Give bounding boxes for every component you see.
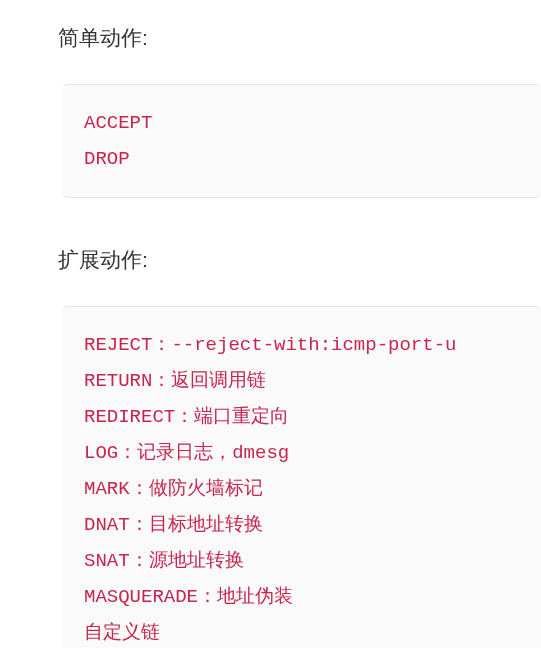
code-line: RETURN：返回调用链: [84, 363, 519, 399]
section-heading-extended: 扩展动作:: [0, 222, 541, 288]
code-text: DROP: [84, 148, 130, 170]
code-line: MARK：做防火墙标记: [84, 471, 519, 507]
code-text: DNAT：目标地址转换: [84, 514, 263, 536]
code-text: REDIRECT：端口重定向: [84, 406, 289, 428]
code-line: ACCEPT: [84, 105, 519, 141]
code-text: MARK：做防火墙标记: [84, 478, 263, 500]
code-text: MASQUERADE：地址伪装: [84, 586, 293, 608]
code-text: RETURN：返回调用链: [84, 370, 266, 392]
code-line: REJECT：--reject-with:icmp-port-u: [84, 327, 519, 363]
code-block-extended: REJECT：--reject-with:icmp-port-u RETURN：…: [62, 306, 541, 648]
code-line: DROP: [84, 141, 519, 177]
code-text: LOG：记录日志，dmesg: [84, 442, 289, 464]
code-line: MASQUERADE：地址伪装: [84, 579, 519, 615]
code-line: LOG：记录日志，dmesg: [84, 435, 519, 471]
code-text: REJECT：--reject-with:icmp-port-u: [84, 334, 456, 356]
code-text: 自定义链: [84, 622, 160, 644]
code-line: DNAT：目标地址转换: [84, 507, 519, 543]
code-line: SNAT：源地址转换: [84, 543, 519, 579]
code-line: REDIRECT：端口重定向: [84, 399, 519, 435]
code-line: 自定义链: [84, 615, 519, 648]
code-text: ACCEPT: [84, 112, 152, 134]
section-heading-simple: 简单动作:: [0, 0, 541, 66]
code-text: SNAT：源地址转换: [84, 550, 244, 572]
code-block-simple: ACCEPT DROP: [62, 84, 541, 198]
